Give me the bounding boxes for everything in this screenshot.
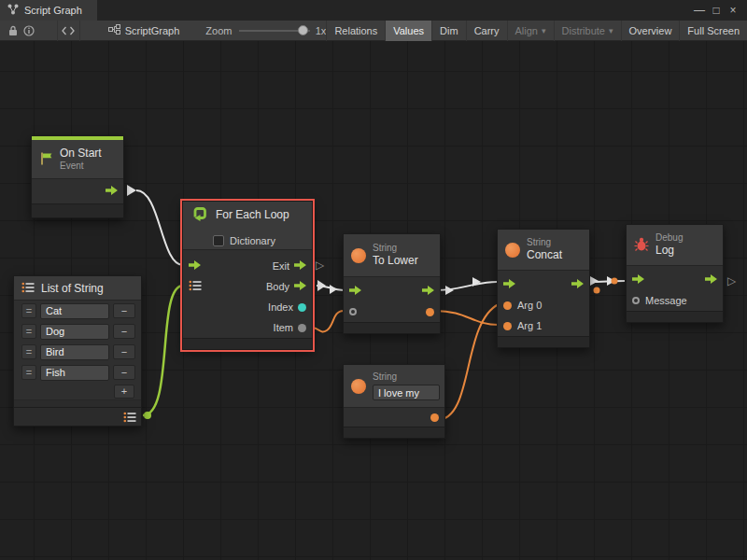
node-on-start[interactable]: On Start Event [31,135,124,218]
values-label: Values [393,25,424,36]
values-button[interactable]: Values [385,21,431,41]
exit-port-triangle[interactable]: ▷ [316,259,324,272]
minimize-button[interactable]: — [691,4,708,17]
body-out-port[interactable] [294,281,306,292]
remove-item-button[interactable]: − [113,303,135,318]
result-out-port[interactable] [426,308,434,316]
drag-handle[interactable]: = [21,324,36,339]
add-item-button[interactable]: + [114,385,134,399]
string-in-port[interactable] [349,308,357,315]
scriptgraph-icon [108,24,120,36]
port-label-body: Body [266,281,289,292]
list-item-input[interactable] [40,344,109,360]
bug-icon [634,237,649,254]
window-titlebar: Script Graph — □ × [0,0,747,21]
lock-icon[interactable] [6,21,21,41]
node-string-literal[interactable]: String [343,364,445,439]
flag-icon [39,151,53,168]
relations-button[interactable]: Relations [326,21,385,41]
carry-button[interactable]: Carry [466,21,507,41]
flow-out-port[interactable] [705,274,717,286]
node-title: Concat [527,248,562,262]
node-string-to-lower[interactable]: String To Lower [343,233,441,334]
breadcrumb-label: ScriptGraph [125,25,180,36]
fullscreen-button[interactable]: Full Screen [679,21,747,41]
list-out-port[interactable] [123,412,136,423]
zoom-label: Zoom [205,25,232,36]
flow-out-port[interactable] [422,286,434,297]
align-label: Align [515,25,538,36]
close-button[interactable]: × [725,4,741,17]
node-string-concat[interactable]: String Concat Arg 0 Arg 1 [497,229,590,348]
zoom-value: 1x [316,25,327,36]
string-type-icon [505,243,520,258]
list-in-port[interactable] [189,280,202,293]
graph-toolbar: ScriptGraph Zoom 1x Relations Values Dim… [0,21,747,41]
node-footer [344,427,444,438]
node-list-of-string[interactable]: List of String = − = − = − = − + [13,275,142,427]
node-type-label: String [373,243,418,255]
item-out-port[interactable] [298,324,306,332]
value-out-port[interactable] [430,413,439,422]
exit-out-port[interactable] [294,260,306,272]
dictionary-label: Dictionary [230,235,275,246]
list-item-row: = − [14,321,141,342]
dim-button[interactable]: Dim [431,21,466,41]
list-item-row: = − [14,362,141,383]
flow-in-port[interactable] [503,279,515,290]
node-subtitle: Event [60,161,102,173]
fullscreen-label: Full Screen [687,25,740,36]
maximize-button[interactable]: □ [708,4,725,17]
port-label-arg1: Arg 1 [517,320,542,331]
code-icon[interactable] [57,21,80,41]
arg0-in-port[interactable] [503,301,512,310]
remove-item-button[interactable]: − [113,324,135,339]
remove-item-button[interactable]: − [113,365,135,380]
node-footer [627,311,723,322]
port-label-message: Message [645,295,687,306]
list-item-input[interactable] [40,303,109,319]
flow-out-port[interactable] [106,186,118,197]
port-label-exit: Exit [273,260,289,272]
breadcrumb[interactable]: ScriptGraph [108,24,180,36]
node-footer [183,338,312,349]
flow-out-port[interactable] [571,279,584,290]
node-title: To Lower [373,254,418,268]
dictionary-checkbox[interactable] [213,235,224,246]
tab-script-graph[interactable]: Script Graph [0,0,97,21]
flow-in-port[interactable] [189,260,201,272]
list-icon [21,282,35,295]
list-item-row: = − [14,342,141,362]
tab-title: Script Graph [24,5,82,16]
flow-in-port[interactable] [349,286,361,297]
flow-in-port[interactable] [632,274,644,286]
drag-handle[interactable]: = [21,303,36,318]
node-debug-log[interactable]: Debug Log Message [626,224,724,323]
list-item-input[interactable] [40,365,109,381]
drag-handle[interactable]: = [21,365,36,380]
info-icon[interactable] [21,21,35,41]
chevron-down-icon: ▾ [609,26,613,35]
index-out-port[interactable] [298,303,306,312]
zoom-slider-knob[interactable] [298,25,308,35]
overview-button[interactable]: Overview [621,21,680,41]
port-label-index: Index [268,301,293,313]
arg1-in-port[interactable] [503,322,512,330]
log-out-port-triangle[interactable]: ▷ [727,274,736,287]
string-value-input[interactable] [373,385,440,400]
remove-item-button[interactable]: − [113,344,135,359]
distribute-button[interactable]: Distribute▾ [554,21,621,41]
node-type-label: String [527,237,562,249]
overview-label: Overview [629,25,672,36]
graph-icon [7,4,19,17]
node-footer [344,322,440,333]
align-button[interactable]: Align▾ [507,21,554,41]
drag-handle[interactable]: = [21,344,36,359]
node-for-each-loop[interactable]: For Each Loop Dictionary Exit Body [182,201,313,350]
loop-icon [190,204,209,225]
port-label-arg0: Arg 0 [517,300,542,311]
zoom-slider[interactable] [239,21,309,41]
message-in-port[interactable] [632,297,640,304]
list-item-input[interactable] [40,324,109,340]
port-label-item: Item [274,322,293,333]
